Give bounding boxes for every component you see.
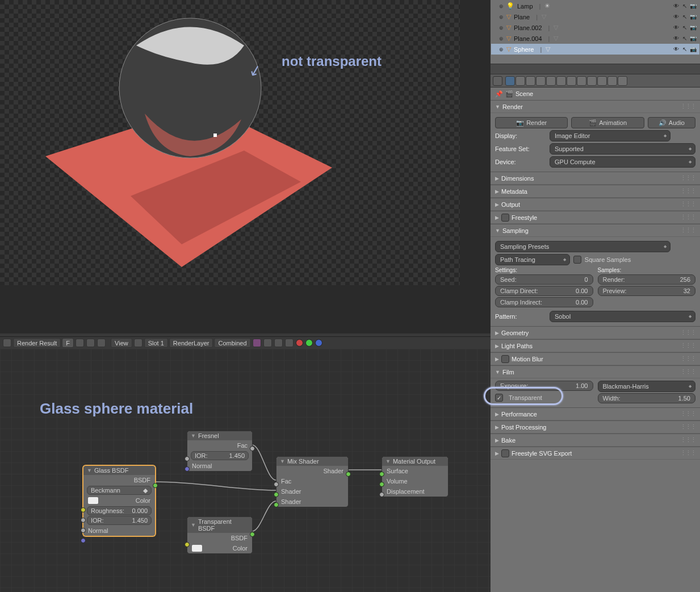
camera-icon[interactable]: 📷 [689, 2, 697, 10]
tab-modifiers[interactable] [567, 76, 576, 86]
panel-header-performance[interactable]: ▶Performance⋮⋮⋮ [491, 408, 700, 420]
panel-header-dimensions[interactable]: ▶Dimensions⋮⋮⋮ [491, 172, 700, 185]
clamp-indirect-field[interactable]: Clamp Indirect:0.00 [495, 297, 593, 307]
slot-select[interactable]: Slot 1 [144, 338, 168, 348]
layer-select[interactable]: RenderLayer [169, 338, 213, 348]
fake-user-btn[interactable]: F [62, 338, 74, 348]
node-glass-bsdf[interactable]: ▼Glass BSDF BSDF Beckmann◆ Color Roughne… [83, 465, 156, 536]
tab-texture[interactable] [597, 76, 607, 86]
editor-type-icon[interactable] [493, 65, 501, 73]
color-swatch[interactable] [192, 545, 202, 552]
outliner-item-plane004[interactable]: ⊕ ▽ Plane.004 | ▽ 👁↖📷 [491, 33, 699, 44]
unlink-icon[interactable] [86, 339, 95, 347]
node-editor[interactable]: Glass sphere material ▼Glass BSDF BSDF B… [0, 349, 491, 592]
pattern-dropdown[interactable]: Sobol [550, 311, 695, 322]
add-image-icon[interactable] [76, 339, 84, 347]
node-transparent-bsdf[interactable]: ▼Transparent BSDF BSDF Color [187, 516, 253, 554]
integrator-dropdown[interactable]: Path Tracing [495, 254, 570, 265]
channel-alpha-icon[interactable] [274, 339, 283, 347]
tab-material[interactable] [587, 76, 597, 86]
pin-icon[interactable] [97, 339, 106, 347]
remove-preset-icon[interactable] [686, 242, 695, 251]
socket-bsdf-out[interactable] [250, 532, 255, 537]
render-button[interactable]: 📷Render [495, 117, 568, 128]
panel-header-sampling[interactable]: ▼Sampling⋮⋮⋮ [491, 224, 700, 237]
ior-field[interactable]: IOR:1.450 [191, 451, 249, 460]
channel-rgb-icon[interactable] [263, 339, 272, 347]
tab-particles[interactable] [607, 76, 617, 86]
socket-roughness-in[interactable] [81, 518, 86, 523]
collapse-icon[interactable]: ▼ [191, 522, 196, 528]
tab-world[interactable] [536, 76, 546, 86]
lock-icon[interactable] [674, 131, 683, 140]
render-samples-field[interactable]: Render:256 [598, 274, 696, 285]
outliner-item-plane[interactable]: ⊕ ▽ Plane | ▽ 👁↖📷 [491, 11, 699, 22]
node-mix-shader[interactable]: ▼Mix Shader Shader Fac Shader Shader [276, 456, 349, 507]
tab-render-layers[interactable] [515, 76, 525, 86]
panel-header-bake[interactable]: ▶Bake⋮⋮⋮ [491, 434, 700, 447]
camera-icon[interactable]: 📷 [689, 13, 697, 21]
filter-icon[interactable] [690, 65, 698, 73]
camera-icon[interactable]: 📷 [689, 35, 697, 43]
tab-physics[interactable] [618, 76, 627, 86]
node-fresnel[interactable]: ▼Fresnel Fac IOR:1.450 Normal [187, 431, 253, 472]
collapse-icon[interactable]: ▼ [385, 458, 391, 464]
eye-icon[interactable]: 👁 [672, 13, 680, 21]
tab-constraints[interactable] [556, 76, 566, 86]
panel-header-freestyle[interactable]: ▶Freestyle⋮⋮⋮ [491, 211, 700, 224]
eye-icon[interactable]: 👁 [672, 2, 680, 10]
outliner-item-sphere[interactable]: ⊕ ▽ Sphere | ▽ 👁↖📷 [491, 44, 699, 55]
svg-export-checkbox[interactable] [501, 449, 509, 457]
cursor-icon[interactable]: ↖ [681, 2, 689, 10]
feature-set-dropdown[interactable]: Supported [550, 143, 695, 155]
panel-header-postprocessing[interactable]: ▶Post Processing⋮⋮⋮ [491, 421, 700, 433]
cursor-icon[interactable]: ↖ [681, 24, 689, 32]
device-dropdown[interactable]: GPU Compute [550, 156, 695, 168]
outliner[interactable]: ⊕ 💡 Lamp | ☀ 👁↖📷 ⊕ ▽ Plane | ▽ 👁↖📷 ⊕ ▽ P… [491, 0, 700, 64]
expand-icon[interactable]: ⊕ [499, 25, 504, 31]
tab-object[interactable] [546, 76, 556, 86]
motion-blur-checkbox[interactable] [501, 355, 509, 363]
expand-icon[interactable]: ⊕ [499, 14, 504, 20]
exposure-field[interactable]: Exposure:1.00 [495, 381, 593, 391]
socket-ior-in[interactable] [185, 456, 190, 461]
channel-g-icon[interactable] [305, 339, 313, 347]
filter-width-field[interactable]: Width:1.50 [598, 393, 696, 403]
camera-icon[interactable] [686, 131, 695, 140]
image-datablock[interactable]: Render Result [13, 338, 61, 348]
sampling-presets-dropdown[interactable]: Sampling Presets [495, 241, 670, 252]
tab-scene[interactable] [526, 76, 535, 86]
preview-samples-field[interactable]: Preview:32 [598, 286, 696, 296]
tab-render[interactable] [505, 76, 515, 86]
add-preset-icon[interactable] [674, 242, 683, 251]
socket-color-in[interactable] [81, 507, 86, 512]
eye-icon[interactable]: 👁 [672, 24, 680, 32]
socket-fac-in[interactable] [274, 482, 279, 487]
panel-header-render[interactable]: ▼Render⋮⋮⋮ [491, 101, 700, 113]
socket-bsdf-out[interactable] [153, 483, 158, 488]
outliner-item-lamp[interactable]: ⊕ 💡 Lamp | ☀ 👁↖📷 [491, 1, 699, 11]
panel-header-motionblur[interactable]: ▶Motion Blur⋮⋮⋮ [491, 353, 700, 365]
socket-color-in[interactable] [185, 542, 190, 547]
channel-r-icon[interactable] [296, 339, 303, 347]
socket-normal-in[interactable] [81, 538, 86, 543]
panel-header-geometry[interactable]: ▶Geometry⋮⋮⋮ [491, 327, 700, 339]
viewport-3d[interactable]: not transparent ↙ [0, 0, 491, 333]
editor-type-icon[interactable] [3, 339, 11, 347]
socket-shader2-in[interactable] [274, 502, 279, 507]
freestyle-checkbox[interactable] [501, 214, 509, 222]
search-icon[interactable] [681, 65, 689, 73]
expand-icon[interactable]: ⊕ [499, 3, 504, 9]
socket-ior-in[interactable] [81, 528, 86, 533]
channel-rgba-icon[interactable] [253, 339, 261, 347]
audio-button[interactable]: 🔊Audio [648, 117, 695, 128]
clamp-direct-field[interactable]: Clamp Direct:0.00 [495, 286, 593, 296]
ior-field[interactable]: IOR:1.450 [87, 516, 152, 525]
expand-icon[interactable]: ⊕ [499, 47, 504, 52]
node-material-output[interactable]: ▼Material Output Surface Volume Displace… [382, 456, 448, 497]
panel-header-output[interactable]: ▶Output⋮⋮⋮ [491, 198, 700, 211]
color-swatch[interactable] [88, 497, 98, 504]
seed-field[interactable]: Seed:0 [495, 274, 593, 285]
pixel-filter-dropdown[interactable]: Blackman-Harris [598, 381, 696, 392]
animation-button[interactable]: 🎬Animation [571, 117, 644, 128]
